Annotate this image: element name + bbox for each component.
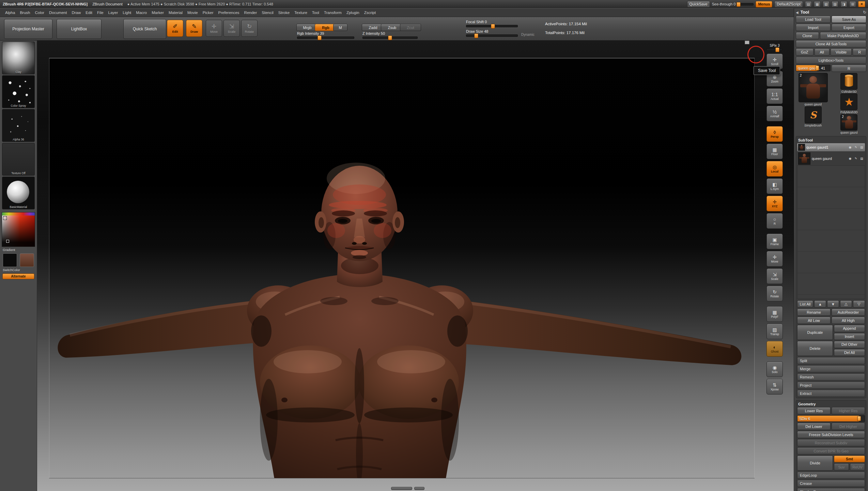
subtool-move-down-button[interactable]: ▽ [853, 300, 865, 308]
shelf-scroll-button[interactable]: ✛Scroll [766, 54, 783, 69]
merge-section[interactable]: Merge [797, 365, 865, 372]
paint-icon[interactable]: ✎ [854, 146, 858, 149]
menu-render[interactable]: Render [242, 11, 260, 15]
layout-grid-icon[interactable]: ▤ [805, 1, 812, 7]
menu-texture[interactable]: Texture [292, 11, 310, 15]
subtool-down-button[interactable]: ▼ [827, 300, 839, 308]
reuv-button[interactable]: ReUV [850, 463, 865, 471]
quick-sketch-button[interactable]: Quick Sketch [123, 19, 166, 39]
project-section[interactable]: Project [797, 382, 865, 389]
focal-shift-handle[interactable] [491, 24, 495, 29]
shadowbox-section[interactable]: ShadowBox [797, 488, 865, 491]
shelf-solo-button[interactable]: ◉Solo [766, 361, 783, 377]
goz-visible-button[interactable]: Visible [831, 48, 852, 56]
crease-section[interactable]: Crease [797, 480, 865, 487]
smt-toggle[interactable]: Smt [834, 456, 865, 462]
goz-r-button[interactable]: R [853, 48, 866, 56]
shelf-rotate-button[interactable]: ↻Rotate [766, 286, 783, 301]
current-texture-thumbnail[interactable]: Texture Off [2, 143, 35, 176]
suv-toggle[interactable]: Suv [834, 463, 849, 471]
current-tool-thumbnail[interactable]: 2 [799, 73, 828, 102]
uv-icon-2[interactable]: ▤ [859, 157, 864, 160]
reconstruct-subdiv-button[interactable]: Reconstruct Subdiv [797, 439, 865, 446]
load-tool-button[interactable]: Load Tool [796, 16, 831, 23]
menu-transform[interactable]: Transform [322, 11, 344, 15]
secondary-color-swatch[interactable] [20, 253, 34, 267]
zbrush-document[interactable] [49, 58, 755, 478]
current-alpha-thumbnail[interactable]: Alpha 36 [2, 109, 35, 142]
draw-size-handle[interactable] [474, 33, 478, 38]
menu-alpha[interactable]: Alpha [3, 11, 17, 15]
shelf-zoom-button[interactable]: ⊕Zoom [766, 71, 783, 87]
shelf-scale-button[interactable]: ⇲Scale [766, 268, 783, 284]
menu-preferences[interactable]: Preferences [216, 11, 242, 15]
lower-res-button[interactable]: Lower Res [797, 407, 831, 414]
shelf-ghost-button[interactable]: ◐Ghost [766, 341, 783, 357]
main-color-swatch[interactable] [3, 253, 17, 267]
autoreorder-button[interactable]: AutoReorder [832, 309, 865, 316]
rgb-intensity-handle[interactable] [317, 35, 322, 40]
draw-button[interactable]: ✎ Draw [186, 20, 202, 37]
menu-picker[interactable]: Picker [200, 11, 216, 15]
extract-section[interactable]: Extract [797, 390, 865, 397]
menu-file[interactable]: File [95, 11, 106, 15]
all-high-button[interactable]: All High [832, 317, 865, 324]
del-lower-button[interactable]: Del Lower [797, 423, 831, 430]
canvas-h-scrollbar-thumb[interactable] [414, 487, 424, 490]
menu-draw[interactable]: Draw [69, 11, 83, 15]
current-material-thumbnail[interactable]: BasicMaterial [2, 177, 35, 209]
see-through-slider[interactable]: See-through 0 [712, 2, 754, 6]
subtool-empty-slot[interactable] [797, 230, 865, 252]
convert-bpr-button[interactable]: Convert BPR To Geo [797, 447, 865, 455]
menu-light[interactable]: Light [120, 11, 134, 15]
switchcolor-label[interactable]: SwitchColor [3, 268, 37, 272]
sdiv-handle[interactable] [857, 416, 861, 421]
del-all-button[interactable]: Del All [834, 349, 865, 356]
shelf-persp-button[interactable]: ◊Persp [766, 126, 783, 142]
edgeloop-section[interactable]: EdgeLoop [797, 472, 865, 479]
subtool-header[interactable]: SubTool [797, 137, 865, 143]
duplicate-button[interactable]: Duplicate [797, 325, 833, 340]
quicksave-button[interactable]: QuickSave [687, 1, 710, 8]
subtool-item-1[interactable]: queen gaurd1 ◉ ✎ ▤ [797, 143, 865, 152]
rename-button[interactable]: Rename [797, 309, 831, 316]
menu-document[interactable]: Document [47, 11, 69, 15]
del-other-button[interactable]: Del Other [834, 341, 865, 348]
tool-slider[interactable]: queen gaurd. 41 [796, 65, 831, 71]
subtool-empty-slot[interactable] [797, 209, 865, 230]
menu-zplugin[interactable]: Zplugin [344, 11, 362, 15]
z-intensity-handle[interactable] [388, 35, 392, 40]
insert-button[interactable]: Insert [834, 333, 865, 340]
export-button[interactable]: Export [832, 24, 866, 31]
shelf-polyf-button[interactable]: ▦PolyF [766, 306, 783, 322]
tool-slider-handle[interactable] [816, 65, 819, 71]
z-intensity-slider[interactable] [362, 36, 418, 39]
layout-half-icon[interactable]: ◨ [840, 1, 847, 7]
edit-button[interactable]: ✐ Edit [167, 20, 183, 37]
menu-color[interactable]: Color [32, 11, 46, 15]
shelf-xpose-button[interactable]: ⇅Xpose [766, 379, 783, 395]
make-polymesh3d-button[interactable]: Make PolyMesh3D [820, 32, 866, 39]
menu-material[interactable]: Material [166, 11, 185, 15]
document-resize-handle[interactable] [745, 41, 749, 44]
color-picker[interactable] [2, 212, 35, 247]
menu-zscript[interactable]: Zscript [362, 11, 378, 15]
projection-master-button[interactable]: Projection Master [4, 19, 52, 39]
lightbox-tools-button[interactable]: Lightbox>Tools [796, 57, 866, 64]
save-as-button[interactable]: Save As [832, 16, 866, 23]
layout-grid4-icon[interactable]: ▨ [832, 1, 838, 7]
subtool-empty-slot[interactable] [797, 166, 865, 187]
alternate-button[interactable]: Alternate [2, 273, 34, 279]
tool-r-button[interactable]: R [832, 65, 866, 72]
menus-button[interactable]: Menus [756, 1, 772, 8]
lightbox-button[interactable]: LightBox [57, 19, 102, 39]
delete-button[interactable]: Delete [797, 341, 833, 356]
subtool-empty-slot[interactable] [797, 273, 865, 295]
m-button[interactable]: M [333, 24, 347, 31]
layout-grid3-icon[interactable]: ▧ [823, 1, 830, 7]
menu-edit[interactable]: Edit [83, 11, 95, 15]
subtool-move-up-button[interactable]: △ [840, 300, 852, 308]
subtool-up-button[interactable]: ▲ [814, 300, 826, 308]
menu-tool[interactable]: Tool [310, 11, 322, 15]
menu-brush[interactable]: Brush [17, 11, 32, 15]
